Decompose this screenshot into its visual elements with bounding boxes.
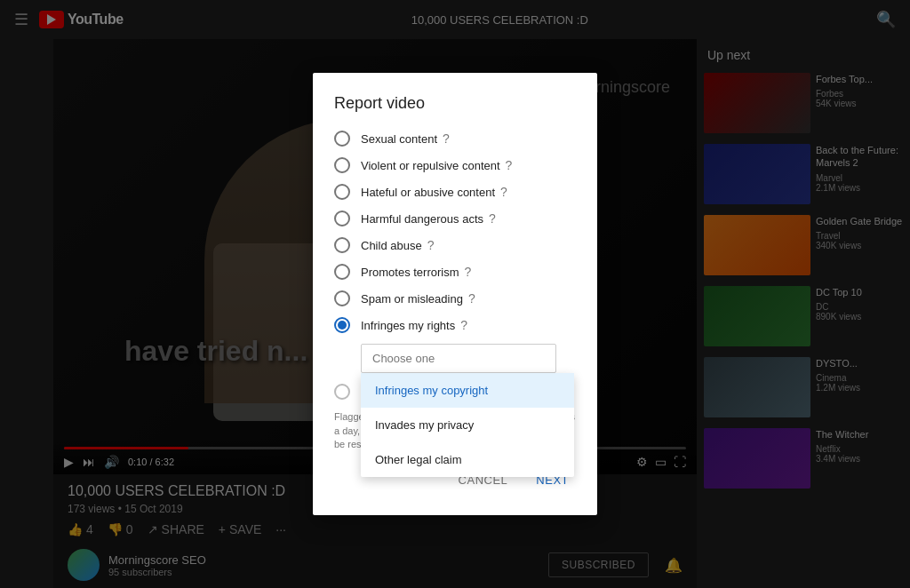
report-dialog-title: Report video	[334, 94, 576, 113]
dropdown-wrapper: Choose one Infringes my copyright Invade…	[361, 344, 576, 373]
report-option-rights[interactable]: Infringes my rights ?	[334, 317, 576, 333]
report-option-terrorism[interactable]: Promotes terrorism ?	[334, 264, 576, 280]
report-option-spam-label: Spam or misleading ?	[361, 291, 475, 306]
dropdown-item-legal[interactable]: Other legal claim	[361, 442, 574, 477]
radio-extra[interactable]	[334, 384, 350, 400]
report-option-violent-label: Violent or repulsive content ?	[361, 158, 512, 172]
radio-hateful[interactable]	[334, 184, 350, 200]
radio-terrorism[interactable]	[334, 264, 350, 280]
report-option-hateful-label: Hateful or abusive content ?	[361, 185, 507, 199]
help-icon[interactable]: ?	[465, 265, 472, 279]
report-option-harmful[interactable]: Harmful dangerous acts ?	[334, 211, 576, 226]
modal-overlay[interactable]: Report video Sexual content ? Violent or…	[0, 0, 910, 588]
help-icon[interactable]: ?	[500, 185, 507, 199]
dropdown-item-privacy[interactable]: Invades my privacy	[361, 408, 574, 442]
report-option-child[interactable]: Child abuse ?	[334, 237, 576, 253]
report-option-rights-label: Infringes my rights ?	[361, 318, 467, 332]
radio-harmful[interactable]	[334, 211, 350, 226]
report-option-harmful-label: Harmful dangerous acts ?	[361, 211, 496, 226]
report-option-child-label: Child abuse ?	[361, 238, 434, 252]
radio-child[interactable]	[334, 237, 350, 253]
report-option-terrorism-label: Promotes terrorism ?	[361, 265, 471, 279]
help-icon[interactable]: ?	[443, 131, 450, 146]
help-icon[interactable]: ?	[489, 211, 496, 226]
report-option-violent[interactable]: Violent or repulsive content ?	[334, 157, 576, 173]
radio-violent[interactable]	[334, 157, 350, 173]
report-option-hateful[interactable]: Hateful or abusive content ?	[334, 184, 576, 200]
radio-spam[interactable]	[334, 290, 350, 306]
help-icon[interactable]: ?	[460, 318, 467, 332]
help-icon[interactable]: ?	[468, 291, 475, 306]
report-dialog: Report video Sexual content ? Violent or…	[313, 73, 597, 514]
report-option-sexual-label: Sexual content ?	[361, 131, 450, 146]
radio-rights[interactable]	[334, 317, 350, 333]
help-icon[interactable]: ?	[506, 158, 513, 172]
dropdown-menu: Infringes my copyright Invades my privac…	[361, 373, 574, 477]
dropdown-item-copyright[interactable]: Infringes my copyright	[361, 373, 574, 408]
radio-sexual[interactable]	[334, 131, 350, 147]
help-icon[interactable]: ?	[427, 238, 435, 252]
dropdown-trigger[interactable]: Choose one	[361, 344, 556, 373]
report-option-sexual[interactable]: Sexual content ?	[334, 131, 576, 147]
report-option-spam[interactable]: Spam or misleading ?	[334, 290, 576, 306]
